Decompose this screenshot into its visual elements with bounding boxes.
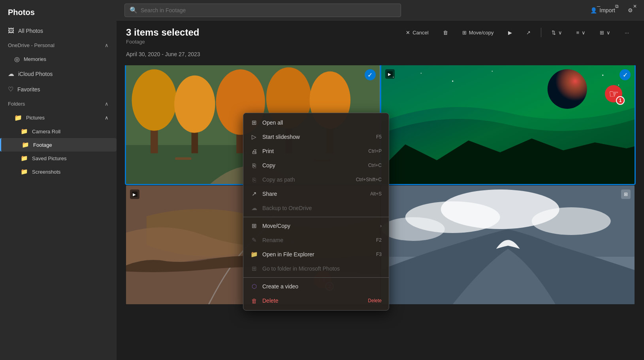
context-menu: ⊞ Open all ▷ Start slideshow F5 🖨 Print … — [243, 113, 389, 311]
slideshow-icon: ▷ — [250, 133, 258, 140]
cancel-x-icon: ✕ — [406, 30, 410, 36]
svg-point-31 — [531, 207, 610, 235]
sidebar-label-all-photos: All Photos — [18, 28, 43, 34]
rename-icon: ✎ — [250, 237, 258, 244]
icloud-icon: ☁ — [8, 70, 14, 78]
menu-copy-left: ⎘ Copy — [250, 162, 275, 169]
photo-clouds-bg — [381, 186, 635, 304]
sidebar-item-pictures[interactable]: 📁 Pictures ∧ — [0, 111, 117, 125]
cancel-button[interactable]: ✕ Cancel — [400, 27, 434, 38]
favorites-icon: ♡ — [8, 85, 13, 93]
menu-slideshow-label: Start slideshow — [262, 134, 300, 140]
menu-slideshow-left: ▷ Start slideshow — [250, 133, 300, 140]
slideshow-shortcut: F5 — [376, 134, 382, 140]
sidebar-folders-section[interactable]: Folders ∧ — [0, 97, 117, 111]
content-header: 3 items selected ✕ Cancel 🗑 ⊞ Move/copy … — [117, 21, 644, 65]
sidebar-label-memories: Memories — [24, 56, 46, 62]
share-icon-menu: ↗ — [250, 190, 258, 197]
breadcrumb: Footage — [126, 38, 635, 48]
menu-delete-label: Delete — [262, 297, 278, 304]
sidebar-label-icloud: iCloud Photos — [18, 71, 53, 77]
menu-create-video[interactable]: ⬡ Create a video — [243, 279, 389, 294]
menu-open-all-left: ⊞ Open all — [250, 119, 283, 126]
movecopy-button[interactable]: ⊞ Move/copy — [457, 27, 499, 38]
createvideo-icon: ⬡ — [250, 283, 258, 290]
sort-button[interactable]: ⇅ ∨ — [546, 27, 568, 38]
menu-delete[interactable]: 🗑 Delete Delete — [243, 294, 389, 308]
menu-share[interactable]: ↗ Share Alt+S — [243, 187, 389, 201]
share-icon: ↗ — [526, 30, 531, 36]
sidebar-item-camera-roll[interactable]: 📁 Camera Roll — [0, 125, 117, 138]
sidebar-item-saved-pictures[interactable]: 📁 Saved Pictures — [0, 152, 117, 165]
play-button[interactable]: ▶ — [503, 27, 518, 38]
copy-path-icon: ⎘ — [250, 176, 258, 183]
backup-icon: ☁ — [250, 205, 258, 212]
menu-movecopy-left: ⊞ Move/Copy — [250, 222, 290, 229]
svg-point-17 — [420, 73, 421, 74]
share-button[interactable]: ↗ — [521, 27, 536, 38]
close-button[interactable]: ✕ — [626, 0, 644, 13]
sidebar-item-screenshots[interactable]: 📁 Screenshots — [0, 165, 117, 178]
check-badge-aurora: ✓ — [620, 69, 631, 80]
app-title: Photos — [0, 4, 117, 23]
svg-point-32 — [381, 217, 444, 241]
photo-mountain-clouds[interactable]: ⊞ — [381, 186, 635, 304]
menu-rename: ✎ Rename F2 — [243, 233, 389, 247]
sort-chevron: ∨ — [558, 30, 562, 36]
menu-share-label: Share — [262, 191, 277, 197]
sidebar: Photos 🖼 All Photos OneDrive - Personal … — [0, 0, 117, 360]
menu-rename-left: ✎ Rename — [250, 237, 283, 244]
header-actions: ✕ Cancel 🗑 ⊞ Move/copy ▶ ↗ — [400, 27, 635, 38]
search-input[interactable] — [141, 7, 396, 13]
movecopy-arrow: › — [380, 223, 382, 229]
sidebar-resize-handle[interactable] — [642, 0, 644, 360]
delete-button[interactable]: 🗑 — [437, 27, 454, 38]
movecopy-label: Move/copy — [469, 30, 494, 36]
view-button[interactable]: ⊞ ∨ — [594, 27, 616, 38]
sidebar-item-memories[interactable]: ◎ Memories — [0, 52, 117, 66]
screenshots-icon: 📁 — [21, 168, 28, 175]
movecopy-icon: ⊞ — [462, 30, 467, 36]
sidebar-item-icloud[interactable]: ☁ iCloud Photos — [0, 66, 117, 81]
filter-icon: ≡ — [576, 30, 580, 36]
menu-open-all[interactable]: ⊞ Open all — [243, 116, 389, 130]
sidebar-label-footage: Footage — [33, 142, 52, 148]
more-icon-mountain: ⊞ — [621, 189, 631, 199]
play-icon: ▶ — [508, 30, 512, 36]
menu-open-all-label: Open all — [262, 119, 283, 126]
menu-move-copy[interactable]: ⊞ Move/Copy › — [243, 219, 389, 233]
search-box[interactable]: 🔍 — [124, 4, 401, 17]
sidebar-label-favorites: Favorites — [17, 86, 40, 93]
selection-title: 3 items selected — [126, 27, 199, 38]
chevron-up-icon-3: ∧ — [105, 115, 109, 121]
filter-chevron: ∨ — [582, 30, 586, 36]
menu-print[interactable]: 🖨 Print Ctrl+P — [243, 144, 389, 158]
cursor-indicator-1: ☞ 1 — [605, 85, 622, 102]
sidebar-label-saved-pictures: Saved Pictures — [32, 155, 66, 161]
menu-separator-2 — [243, 277, 389, 278]
print-icon: 🖨 — [250, 148, 258, 155]
delete-menu-icon: 🗑 — [250, 297, 258, 304]
chevron-up-icon-2: ∧ — [105, 101, 109, 107]
sidebar-item-all-photos[interactable]: 🖼 All Photos — [0, 23, 117, 38]
menu-start-slideshow[interactable]: ▷ Start slideshow F5 — [243, 130, 389, 144]
photo-aurora[interactable]: ▶ ✓ — [381, 65, 635, 184]
folders-label: Folders — [8, 101, 25, 107]
footage-icon: 📁 — [22, 141, 29, 148]
copy-path-shortcut: Ctrl+Shift+C — [356, 177, 382, 182]
svg-point-3 — [132, 69, 177, 131]
sort-icon: ⇅ — [552, 30, 556, 36]
more-button[interactable]: ··· — [619, 27, 635, 38]
window-controls[interactable]: ─ ⧉ ✕ — [589, 0, 644, 13]
minimize-button[interactable]: ─ — [589, 0, 608, 13]
filter-button[interactable]: ≡ ∨ — [571, 27, 591, 38]
sidebar-onedrive-section[interactable]: OneDrive - Personal ∧ — [0, 38, 117, 52]
photo-aurora-bg — [381, 65, 635, 184]
pictures-folder-icon: 📁 — [14, 114, 22, 121]
sidebar-item-footage[interactable]: 📁 Footage — [0, 138, 117, 152]
menu-copy[interactable]: ⎘ Copy Ctrl+C — [243, 158, 389, 172]
sidebar-item-favorites[interactable]: ♡ Favorites — [0, 81, 117, 97]
restore-button[interactable]: ⧉ — [608, 0, 626, 13]
menu-open-file-explorer[interactable]: 📁 Open in File Explorer F3 — [243, 247, 389, 261]
svg-rect-12 — [175, 157, 191, 160]
